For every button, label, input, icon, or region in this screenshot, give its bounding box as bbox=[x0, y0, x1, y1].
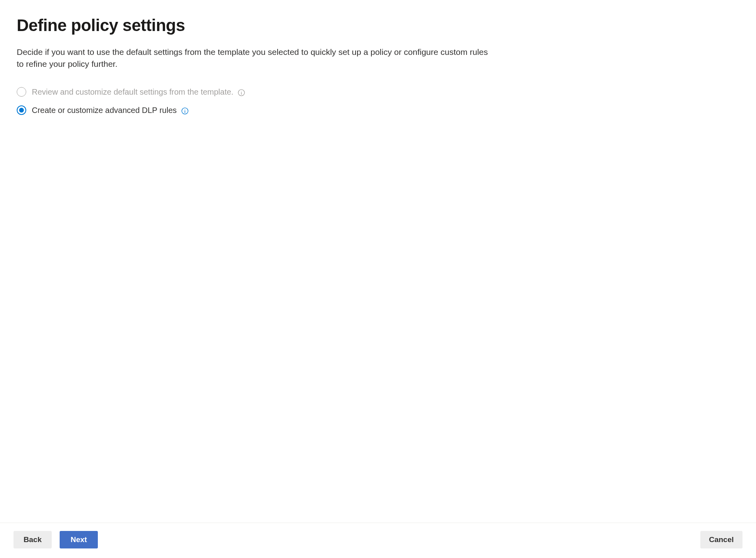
page-description: Decide if you want to use the default se… bbox=[17, 46, 494, 70]
wizard-step-content: Define policy settings Decide if you wan… bbox=[0, 0, 756, 523]
next-button[interactable]: Next bbox=[60, 531, 98, 548]
option-advanced-rules[interactable]: Create or customize advanced DLP rules bbox=[17, 105, 739, 115]
wizard-footer: Back Next Cancel bbox=[0, 523, 756, 558]
policy-settings-radio-group: Review and customize default settings fr… bbox=[17, 87, 739, 115]
svg-point-2 bbox=[241, 91, 242, 91]
radio-dot-icon bbox=[19, 108, 24, 113]
option-default-template-label: Review and customize default settings fr… bbox=[32, 87, 245, 97]
page-title: Define policy settings bbox=[17, 16, 739, 35]
radio-default-template bbox=[17, 87, 26, 97]
cancel-button[interactable]: Cancel bbox=[700, 531, 742, 548]
info-icon[interactable] bbox=[238, 89, 245, 96]
option-default-template: Review and customize default settings fr… bbox=[17, 87, 739, 97]
option-advanced-rules-label: Create or customize advanced DLP rules bbox=[32, 105, 189, 115]
option-advanced-rules-text: Create or customize advanced DLP rules bbox=[32, 106, 177, 115]
svg-point-5 bbox=[185, 109, 185, 109]
radio-advanced-rules[interactable] bbox=[17, 105, 26, 115]
info-icon[interactable] bbox=[181, 107, 189, 115]
option-default-template-text: Review and customize default settings fr… bbox=[32, 87, 233, 96]
back-button[interactable]: Back bbox=[14, 531, 52, 548]
